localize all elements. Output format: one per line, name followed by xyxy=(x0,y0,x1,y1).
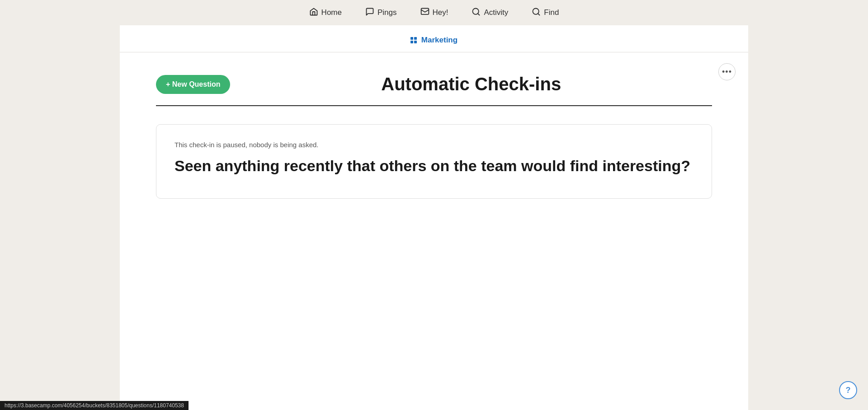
activity-icon xyxy=(472,7,481,19)
more-options-label: ••• xyxy=(722,67,732,77)
grid-icon xyxy=(410,37,417,43)
nav-activity-label: Activity xyxy=(484,8,508,17)
project-title-link[interactable]: Marketing xyxy=(410,36,458,52)
status-url: https://3.basecamp.com/4056254/buckets/8… xyxy=(5,402,184,409)
new-question-button[interactable]: + New Question xyxy=(156,75,230,94)
nav-pings[interactable]: Pings xyxy=(361,5,401,21)
svg-rect-0 xyxy=(421,8,429,14)
help-button[interactable]: ? xyxy=(839,381,857,399)
hey-icon xyxy=(420,7,429,19)
question-text: Seen anything recently that others on th… xyxy=(175,156,693,176)
more-options-button[interactable]: ••• xyxy=(718,63,736,80)
nav-hey-label: Hey! xyxy=(433,8,448,17)
new-question-label: + New Question xyxy=(166,80,220,89)
help-label: ? xyxy=(846,386,851,395)
nav-home-label: Home xyxy=(321,8,342,17)
page-title: Automatic Check-ins xyxy=(230,74,712,94)
nav-home[interactable]: Home xyxy=(305,5,346,21)
paused-notice: This check-in is paused, nobody is being… xyxy=(175,141,693,149)
question-card: This check-in is paused, nobody is being… xyxy=(156,124,712,199)
project-header: Marketing xyxy=(120,25,748,52)
nav-pings-label: Pings xyxy=(377,8,397,17)
nav-hey[interactable]: Hey! xyxy=(416,5,453,21)
nav-activity[interactable]: Activity xyxy=(467,5,513,21)
svg-line-4 xyxy=(538,13,540,15)
svg-line-2 xyxy=(478,13,480,15)
home-icon xyxy=(309,7,318,19)
find-icon xyxy=(532,7,541,19)
page-wrapper: Marketing ••• + New Question Automatic C… xyxy=(120,25,748,410)
nav-find[interactable]: Find xyxy=(527,5,563,21)
page-header: + New Question Automatic Check-ins xyxy=(156,52,712,106)
project-title: Marketing xyxy=(421,36,458,45)
nav-find-label: Find xyxy=(544,8,559,17)
pings-icon xyxy=(365,7,374,19)
content-area: ••• + New Question Automatic Check-ins T… xyxy=(120,52,748,410)
status-bar: https://3.basecamp.com/4056254/buckets/8… xyxy=(0,401,189,410)
top-navigation: Home Pings Hey! Activity xyxy=(0,0,868,25)
